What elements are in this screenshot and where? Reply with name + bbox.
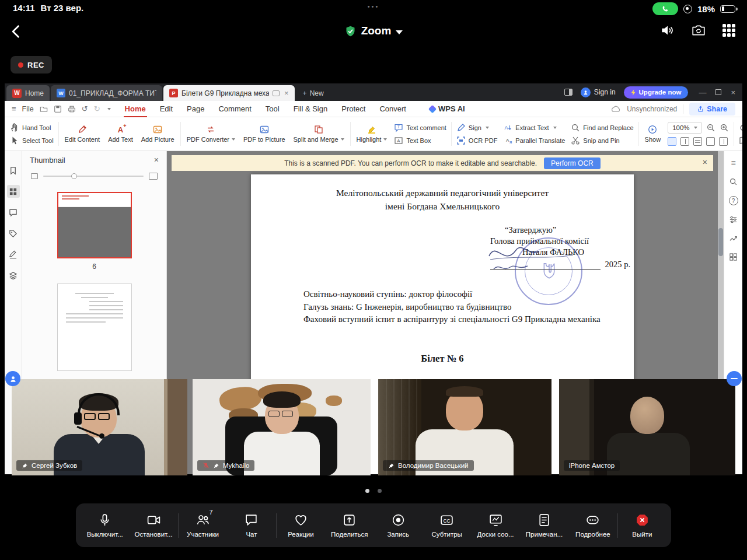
page-thumbnail-selected[interactable] [57,192,132,258]
minimize-icon[interactable]: — [699,88,706,97]
menu-protect[interactable]: Protect [340,101,366,117]
zoom-out-icon[interactable] [706,123,715,132]
apps-grid-icon[interactable] [722,24,735,37]
menu-wps-ai[interactable]: WPS AI [430,104,465,113]
redo-icon[interactable]: ↻ [94,104,100,113]
highlight-button[interactable]: Highlight [352,119,392,149]
hamburger-icon[interactable]: ≡ [12,104,16,113]
chat-button[interactable]: Чат [227,503,275,547]
switch-camera-icon[interactable] [691,23,706,38]
tags-panel-icon[interactable] [7,227,20,240]
maximize-icon[interactable] [715,89,721,95]
leave-button[interactable]: Выйти [618,503,666,547]
comments-panel-icon[interactable] [7,206,20,219]
rotate-all-pages-button[interactable]: Rotate All Pages [736,122,742,134]
search-icon[interactable] [729,177,738,186]
annotate-button[interactable]: Примечан... [520,503,568,547]
trend-icon[interactable] [729,234,738,243]
captions-button[interactable]: CC Субтитры [423,503,471,547]
collapse-panel-icon[interactable]: ≡ [731,158,735,167]
add-picture-button[interactable]: Add Picture [137,119,179,149]
tab-pdf-document[interactable]: P Білети G9 Прикладна механ × [163,85,295,101]
undo-icon[interactable]: ↺ [82,104,88,113]
select-tool-button[interactable]: Select Tool [7,135,57,146]
record-button[interactable]: Запись [374,503,423,547]
tab-home[interactable]: W Home [6,85,50,101]
find-replace-button[interactable]: Find and Replace [568,122,636,134]
share-screen-button[interactable]: Поделиться [325,503,374,547]
edit-content-button[interactable]: Edit Content [61,119,104,149]
thumbnail-size-slider[interactable] [43,176,144,177]
more-tools-caret-icon[interactable] [107,108,111,110]
snip-pin-button[interactable]: Snip and Pin [568,135,636,146]
add-text-button[interactable]: A+ Add Text [104,119,137,149]
perform-ocr-button[interactable]: Perform OCR [544,158,601,169]
thumbnail-smaller-icon[interactable] [31,173,38,179]
sign-button[interactable]: Sign [453,122,501,134]
upgrade-button[interactable]: Upgrade now [624,86,689,99]
save-icon[interactable] [54,105,62,113]
zoom-in-icon[interactable] [720,123,729,132]
print-icon[interactable] [68,105,76,113]
thumbnail-larger-icon[interactable] [149,173,158,180]
continuous-view-icon[interactable] [693,137,702,146]
speaker-icon[interactable] [659,23,675,38]
extract-text-button[interactable]: A Extract Text [500,122,568,134]
pdf-to-picture-button[interactable]: PDF to Picture [239,119,289,149]
slider-knob[interactable] [71,173,77,179]
menu-edit[interactable]: Edit [159,101,174,117]
video-tile-4[interactable]: iPhone Амстор [559,379,735,475]
book-view-icon[interactable] [719,137,728,146]
ocr-pdf-button[interactable]: OCR PDF [453,135,501,146]
video-tile-2[interactable]: Mykhailo [193,379,371,475]
read-mode-button[interactable]: Read Mode [736,135,742,146]
grid-icon[interactable] [729,253,738,261]
settings-sliders-icon[interactable] [729,215,738,224]
zoom-select[interactable]: 100% [668,122,701,134]
video-tile-3[interactable]: Володимир Васецький [378,379,551,475]
show-button[interactable]: Show [641,119,665,149]
text-box-button[interactable]: A Text Box [391,135,449,146]
parallel-translate-button[interactable]: Aя Parallel Translate [500,135,568,146]
scrollbar-thumb[interactable] [718,228,723,256]
window-close-icon[interactable]: × [731,88,735,97]
whiteboards-button[interactable]: Доски соо... [471,503,519,547]
thumbnails-panel-icon[interactable] [7,185,20,198]
hand-tool-button[interactable]: Hand Tool [7,122,57,134]
split-merge-button[interactable]: Split and Merge [289,119,348,149]
menu-home[interactable]: Home [124,101,147,117]
folder-icon[interactable] [40,105,48,113]
more-button[interactable]: Подробнее [568,503,617,547]
reactions-button[interactable]: Реакции [277,503,325,547]
mute-button[interactable]: Выключит... [81,503,129,547]
layers-panel-icon[interactable] [7,269,20,282]
bookmarks-icon[interactable] [7,164,20,177]
collapse-videos-button[interactable] [727,371,742,386]
menu-comment[interactable]: Comment [217,101,252,117]
menu-fill-sign[interactable]: Fill & Sign [292,101,329,117]
sign-in-button[interactable]: Sign in [581,88,616,97]
tab-word-document[interactable]: W 01_ПРИКЛАД_ФОРМА ТИТУЛЬН [51,85,162,101]
new-tab-button[interactable]: + New [296,85,331,101]
share-button[interactable]: Share [689,103,735,116]
pdf-converter-button[interactable]: PDF Converter [183,119,239,149]
stop-video-button[interactable]: Остановит... [129,503,177,547]
menu-page[interactable]: Page [186,101,205,117]
tab-close-icon[interactable]: × [284,89,289,97]
help-icon[interactable]: ? [729,196,738,205]
menu-tool[interactable]: Tool [264,101,281,117]
participants-view-button[interactable] [5,371,20,386]
signature-panel-icon[interactable] [7,248,20,261]
participants-button[interactable]: 7 Участники [179,503,227,547]
file-menu[interactable]: File [22,105,34,113]
text-comment-button[interactable]: T Text comment [391,122,449,134]
fit-page-view-icon[interactable] [706,137,715,146]
sidebar-toggle-icon[interactable] [564,89,573,96]
active-call-pill[interactable] [652,2,678,15]
meeting-title-button[interactable]: Zoom [0,15,747,47]
two-page-view-icon[interactable] [680,137,689,146]
ocr-banner-close-icon[interactable]: × [703,158,707,167]
menu-convert[interactable]: Convert [378,101,407,117]
page-thumbnail-next[interactable] [57,284,132,371]
video-tile-1[interactable]: Сергей Зубков [12,379,187,475]
